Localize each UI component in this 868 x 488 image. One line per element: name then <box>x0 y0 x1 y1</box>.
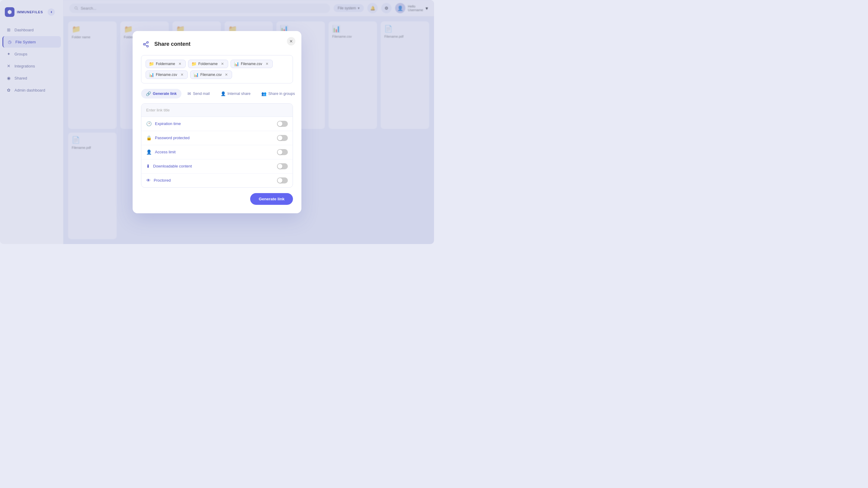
mail-icon: ✉ <box>187 91 191 96</box>
file-tag-label: Filename.csv <box>241 62 262 66</box>
folder-icon: 📁 <box>149 61 154 66</box>
option-left: ⬇ Downloadable content <box>146 164 192 169</box>
files-area: 📁 Foldername ✕ 📁 Foldername ✕ 📊 Filename… <box>141 55 293 84</box>
expiration-option-row: 🕐 Expiration time <box>141 117 293 131</box>
csv-icon: 📊 <box>149 72 154 77</box>
csv-icon: 📊 <box>234 61 239 66</box>
csv-icon: 📊 <box>193 72 198 77</box>
option-label: Proctored <box>154 178 170 183</box>
proctored-toggle[interactable] <box>277 177 288 184</box>
group-icon: 👥 <box>261 91 267 96</box>
option-label: Expiration time <box>155 121 181 126</box>
access-icon: 👤 <box>146 150 152 155</box>
tab-share-in-groups[interactable]: 👥 Share in groups <box>256 89 300 98</box>
access-option-row: 👤 Access limit <box>141 145 293 159</box>
tab-internal-share[interactable]: 👤 Internal share <box>216 89 255 98</box>
access-toggle[interactable] <box>277 149 288 155</box>
tab-generate-link[interactable]: 🔗 Generate link <box>141 89 181 98</box>
tab-label: Generate link <box>153 92 177 96</box>
share-icon <box>141 39 151 49</box>
file-tag-csv-3: 📊 Filename.csv ✕ <box>190 70 232 79</box>
option-left: 🔒 Password protected <box>146 135 190 141</box>
link-icon: 🔗 <box>146 91 151 96</box>
lock-icon: 🔒 <box>146 135 152 141</box>
file-tag-folder-1: 📁 Foldername ✕ <box>146 60 186 68</box>
option-label: Access limit <box>155 150 176 154</box>
file-tag-folder-2: 📁 Foldername ✕ <box>188 60 228 68</box>
tab-label: Send mail <box>193 92 210 96</box>
tab-label: Internal share <box>227 92 250 96</box>
tab-send-mail[interactable]: ✉ Send mail <box>183 89 215 98</box>
remove-file-button[interactable]: ✕ <box>224 72 229 77</box>
downloadable-option-row: ⬇ Downloadable content <box>141 159 293 173</box>
folder-icon: 📁 <box>191 61 196 66</box>
svg-point-3 <box>144 43 145 45</box>
svg-point-4 <box>147 45 149 47</box>
file-tag-label: Filename.csv <box>200 73 222 77</box>
form-area: 🕐 Expiration time 🔒 Password protected 👤 <box>141 103 293 188</box>
file-tag-csv-1: 📊 Filename.csv ✕ <box>230 60 273 68</box>
generate-link-button[interactable]: Generate link <box>250 193 293 205</box>
tab-label: Share in groups <box>268 92 295 96</box>
option-label: Downloadable content <box>153 164 192 168</box>
modal-footer: Generate link <box>141 193 293 205</box>
close-button[interactable]: ✕ <box>287 37 296 45</box>
eye-icon: 👁 <box>146 178 151 183</box>
clock-icon: 🕐 <box>146 121 152 127</box>
option-left: 🕐 Expiration time <box>146 121 181 127</box>
file-tag-label: Foldername <box>156 62 175 66</box>
app-container: IMMUNEFILES ⊞ Dashboard ◷ File System ✦ … <box>0 0 434 244</box>
downloadable-toggle[interactable] <box>277 163 288 169</box>
svg-line-5 <box>145 44 147 46</box>
file-tag-csv-2: 📊 Filename.csv ✕ <box>146 70 188 79</box>
option-left: 👁 Proctored <box>146 178 170 183</box>
modal-header: Share content <box>141 39 293 49</box>
modal-title: Share content <box>154 41 190 47</box>
option-label: Password protected <box>155 135 190 140</box>
remove-file-button[interactable]: ✕ <box>180 72 184 77</box>
file-tag-label: Foldername <box>198 62 218 66</box>
download-icon: ⬇ <box>146 164 150 169</box>
password-option-row: 🔒 Password protected <box>141 131 293 145</box>
svg-line-6 <box>145 42 147 44</box>
remove-file-button[interactable]: ✕ <box>178 61 182 66</box>
share-modal: Share content ✕ 📁 Foldername ✕ 📁 Foldern… <box>133 31 301 213</box>
svg-point-2 <box>147 41 149 43</box>
file-tag-label: Filename.csv <box>156 73 177 77</box>
password-toggle[interactable] <box>277 135 288 141</box>
proctored-option-row: 👁 Proctored <box>141 173 293 187</box>
tab-row: 🔗 Generate link ✉ Send mail 👤 Internal s… <box>141 89 293 98</box>
modal-overlay: Share content ✕ 📁 Foldername ✕ 📁 Foldern… <box>0 0 434 244</box>
option-left: 👤 Access limit <box>146 150 176 155</box>
remove-file-button[interactable]: ✕ <box>265 61 270 66</box>
expiration-toggle[interactable] <box>277 121 288 127</box>
remove-file-button[interactable]: ✕ <box>220 61 225 66</box>
link-title-input[interactable] <box>141 104 293 117</box>
user-icon: 👤 <box>221 91 226 96</box>
